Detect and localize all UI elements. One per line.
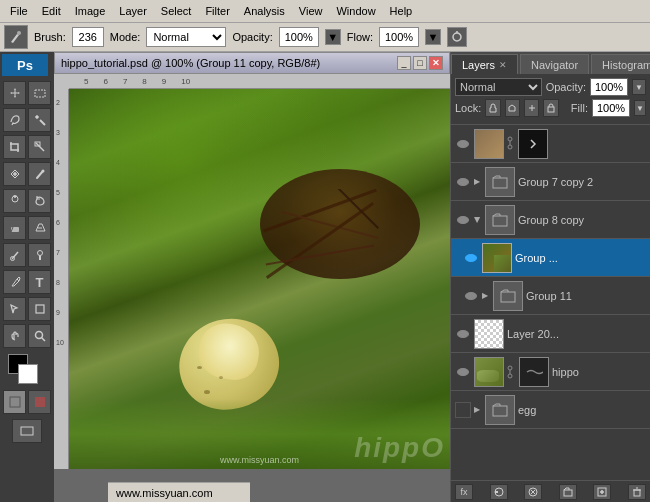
opacity-arrow-btn[interactable]: ▼ (325, 29, 341, 45)
layer-visibility-toggle[interactable] (455, 402, 471, 418)
layer-effects-btn[interactable]: fx (455, 484, 473, 500)
close-btn[interactable]: ✕ (429, 56, 443, 70)
lock-image-btn[interactable] (505, 99, 520, 117)
menu-file[interactable]: File (4, 3, 34, 19)
canvas-window-controls: _ □ ✕ (395, 56, 443, 70)
marquee-tool[interactable] (28, 81, 51, 105)
layer-thumbnail (485, 395, 515, 425)
layer-item[interactable]: Layer 20... (451, 315, 650, 353)
quick-mask-on[interactable] (28, 390, 51, 414)
move-tool[interactable] (3, 81, 26, 105)
mode-label: Mode: (110, 31, 141, 43)
menu-select[interactable]: Select (155, 3, 198, 19)
layer-thumbnail (474, 319, 504, 349)
screen-mode-btn[interactable] (2, 418, 52, 444)
lock-position-btn[interactable] (524, 99, 539, 117)
menu-view[interactable]: View (293, 3, 329, 19)
layer-item[interactable]: ▶ Group 8 copy (451, 201, 650, 239)
menu-layer[interactable]: Layer (113, 3, 153, 19)
layer-thumbnail (474, 129, 504, 159)
lock-transparent-btn[interactable] (485, 99, 500, 117)
layers-list[interactable]: ▶ Group 7 copy 2 ▶ Group 8 copy (451, 125, 650, 480)
layer-item[interactable]: ▶ Group 11 (451, 277, 650, 315)
maximize-btn[interactable]: □ (413, 56, 427, 70)
layer-visibility-toggle[interactable] (455, 174, 471, 190)
layer-item[interactable]: hippo (451, 353, 650, 391)
svg-line-4 (40, 120, 45, 125)
layer-fold-arrow[interactable]: ▶ (482, 291, 488, 300)
layer-fold-arrow[interactable]: ▶ (474, 405, 480, 414)
magic-wand-tool[interactable] (28, 108, 51, 132)
airbrush-btn[interactable] (447, 27, 467, 47)
layer-visibility-toggle[interactable] (455, 364, 471, 380)
layer-fold-arrow[interactable]: ▶ (474, 177, 480, 186)
menu-image[interactable]: Image (69, 3, 112, 19)
svg-rect-45 (564, 490, 572, 496)
tab-layers-close[interactable]: ✕ (499, 60, 507, 70)
menu-window[interactable]: Window (330, 3, 381, 19)
svg-rect-23 (36, 305, 44, 313)
shape-tool[interactable] (28, 297, 51, 321)
flow-arrow-btn[interactable]: ▼ (425, 29, 441, 45)
layer-visibility-toggle[interactable] (455, 326, 471, 342)
photo-canvas[interactable]: hippO www.missyuan.com (69, 89, 450, 469)
opacity-dropdown-btn[interactable]: ▼ (632, 79, 646, 95)
path-select-tool[interactable] (3, 297, 26, 321)
hand-tool[interactable] (3, 324, 26, 348)
layer-item[interactable] (451, 125, 650, 163)
eraser-tool[interactable] (3, 216, 26, 240)
new-layer-btn[interactable] (593, 484, 611, 500)
pen-tool[interactable] (3, 270, 26, 294)
slice-tool[interactable] (28, 135, 51, 159)
minimize-btn[interactable]: _ (397, 56, 411, 70)
background-color[interactable] (18, 364, 38, 384)
menu-filter[interactable]: Filter (199, 3, 235, 19)
ruler-area: 5 6 7 8 9 10 (54, 74, 450, 89)
menu-edit[interactable]: Edit (36, 3, 67, 19)
flow-input[interactable] (379, 27, 419, 47)
type-tool[interactable]: T (28, 270, 51, 294)
menu-analysis[interactable]: Analysis (238, 3, 291, 19)
svg-rect-49 (634, 490, 640, 496)
dodge-tool[interactable] (28, 243, 51, 267)
layer-blend-mode-select[interactable]: Normal (455, 78, 542, 96)
menu-help[interactable]: Help (384, 3, 419, 19)
tab-navigator[interactable]: Navigator (520, 54, 589, 74)
lasso-tool[interactable] (3, 108, 26, 132)
brush-tool-icon[interactable] (4, 25, 28, 49)
clone-tool[interactable] (3, 189, 26, 213)
opacity-input[interactable] (279, 27, 319, 47)
add-mask-btn[interactable] (490, 484, 508, 500)
blend-mode-select[interactable]: Normal (146, 27, 226, 47)
zoom-tool[interactable] (28, 324, 51, 348)
paint-bucket-tool[interactable] (28, 216, 51, 240)
layer-fill-input[interactable] (592, 99, 630, 117)
layer-visibility-toggle[interactable] (463, 288, 479, 304)
layer-fold-arrow[interactable]: ▶ (473, 217, 482, 223)
layer-thumbnail (485, 167, 515, 197)
tab-layers[interactable]: Layers ✕ (451, 54, 518, 74)
ps-logo: Ps (2, 54, 48, 76)
history-tool[interactable] (28, 189, 51, 213)
tab-histogram[interactable]: Histogram (591, 54, 650, 74)
quick-mask-off[interactable] (3, 390, 26, 414)
healing-tool[interactable] (3, 162, 26, 186)
fill-dropdown-btn[interactable]: ▼ (634, 100, 646, 116)
blur-tool[interactable] (3, 243, 26, 267)
new-group-btn[interactable] (559, 484, 577, 500)
layer-visibility-toggle[interactable] (455, 136, 471, 152)
layer-item[interactable]: ▶ Group 7 copy 2 (451, 163, 650, 201)
brush-size-input[interactable] (72, 27, 104, 47)
layer-opacity-input[interactable] (590, 78, 628, 96)
layer-visibility-toggle[interactable] (455, 212, 471, 228)
layer-item-selected[interactable]: Group ... (451, 239, 650, 277)
crop-tool[interactable] (3, 135, 26, 159)
brush-tool[interactable] (28, 162, 51, 186)
delete-layer-btn[interactable] (628, 484, 646, 500)
color-swatch-area (2, 354, 48, 386)
layer-visibility-toggle[interactable] (463, 250, 479, 266)
lock-all-btn[interactable] (543, 99, 558, 117)
layer-item[interactable]: ▶ egg (451, 391, 650, 429)
layer-thumbnail (485, 205, 515, 235)
add-adjustment-btn[interactable] (524, 484, 542, 500)
